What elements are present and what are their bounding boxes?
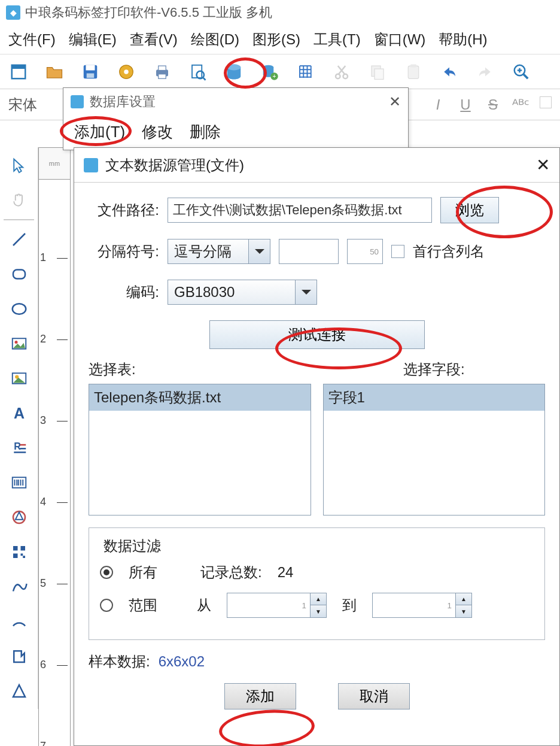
- svg-rect-8: [159, 66, 166, 71]
- data-source-dialog: 文本数据源管理(文件) ✕ 文件路径: 浏览 分隔符号: 逗号分隔 首行含列名 …: [74, 147, 560, 746]
- ruler-tick: 5: [36, 577, 68, 590]
- hand-tool-icon[interactable]: [2, 184, 36, 217]
- list-item[interactable]: 字段1: [324, 384, 545, 411]
- italic-button[interactable]: I: [430, 96, 446, 113]
- rounded-rect-tool-icon[interactable]: [2, 257, 36, 290]
- svg-rect-9: [159, 74, 166, 78]
- browse-button[interactable]: 浏览: [440, 197, 499, 223]
- preview-icon[interactable]: [188, 62, 208, 82]
- menu-draw[interactable]: 绘图(D): [191, 30, 239, 49]
- menu-edit[interactable]: 编辑(E): [69, 30, 117, 49]
- copy-icon[interactable]: [367, 62, 388, 82]
- chevron-down-icon: [295, 280, 316, 304]
- first-row-header-checkbox[interactable]: [391, 245, 404, 258]
- svg-rect-33: [410, 64, 416, 67]
- list-item[interactable]: Telepen条码数据.txt: [89, 384, 311, 411]
- ok-button[interactable]: 添加: [224, 683, 296, 709]
- line-tool-icon[interactable]: [2, 223, 36, 256]
- chevron-down-icon[interactable]: ▼: [311, 605, 326, 617]
- db-delete-menu[interactable]: 删除: [190, 122, 221, 142]
- ruler-corner: mm: [38, 147, 71, 180]
- limit-input[interactable]: [347, 239, 383, 264]
- file-path-input[interactable]: [168, 198, 432, 223]
- range-from-input[interactable]: [227, 593, 311, 618]
- menu-shape[interactable]: 图形(S): [252, 30, 300, 49]
- open-file-icon[interactable]: [44, 62, 65, 82]
- shape-tool-icon[interactable]: [2, 639, 36, 672]
- menu-help[interactable]: 帮助(H): [439, 30, 487, 49]
- curve-tool-icon[interactable]: [2, 570, 36, 603]
- left-toolbox: A R: [0, 147, 38, 709]
- svg-line-35: [524, 74, 528, 78]
- svg-rect-3: [86, 65, 95, 70]
- sample-data-value: 6x6x02: [159, 653, 205, 670]
- barcode-tool-icon[interactable]: [2, 466, 36, 499]
- svg-line-38: [13, 233, 25, 245]
- arc-tool-icon[interactable]: [2, 605, 36, 638]
- menu-window[interactable]: 窗口(W): [374, 30, 426, 49]
- svg-rect-1: [12, 65, 26, 68]
- svg-point-6: [124, 69, 129, 74]
- close-icon[interactable]: ✕: [389, 93, 401, 110]
- delimiter-select[interactable]: 逗号分隔: [168, 239, 270, 264]
- ruler-tick: 4: [36, 496, 68, 508]
- more-text-button[interactable]: [540, 96, 552, 108]
- file-path-label: 文件路径:: [89, 201, 159, 220]
- ellipse-tool-icon[interactable]: [2, 292, 36, 325]
- titlebar: ◆ 中琅条码标签打印软件-V6.5.5 工业版 多机: [0, 0, 560, 25]
- print-icon[interactable]: [152, 62, 172, 82]
- range-to-input[interactable]: [372, 593, 456, 618]
- richtext-tool-icon[interactable]: R: [2, 431, 36, 464]
- cancel-button[interactable]: 取消: [338, 683, 410, 709]
- settings-icon[interactable]: [116, 62, 136, 82]
- font-family-select[interactable]: 宋体: [8, 95, 62, 114]
- undo-icon[interactable]: [439, 62, 459, 82]
- svg-rect-4: [87, 73, 95, 78]
- record-count-value: 24: [278, 564, 294, 581]
- underline-button[interactable]: U: [457, 96, 474, 113]
- radio-range[interactable]: [100, 599, 113, 612]
- strike-button[interactable]: S: [485, 96, 501, 113]
- text-tool-icon[interactable]: A: [2, 396, 36, 429]
- menu-view[interactable]: 查看(V): [130, 30, 178, 49]
- db-add-menu[interactable]: 添加(T): [74, 122, 125, 142]
- record-count-label: 记录总数:: [200, 563, 262, 582]
- dialog-title: 文本数据源管理(文件): [105, 156, 244, 175]
- svg-point-42: [14, 341, 17, 344]
- range-to-spinner[interactable]: ▲▼: [372, 593, 472, 618]
- picture-tool-icon[interactable]: [2, 362, 36, 395]
- chevron-down-icon[interactable]: ▼: [456, 605, 471, 617]
- database-icon[interactable]: [224, 62, 244, 82]
- encoding-select[interactable]: GB18030: [168, 280, 317, 305]
- delimiter-custom-input[interactable]: [279, 239, 339, 264]
- new-file-icon[interactable]: [8, 62, 29, 82]
- save-file-icon[interactable]: [80, 62, 101, 82]
- test-connection-button[interactable]: 测试连接: [209, 320, 425, 349]
- radio-all[interactable]: [100, 566, 113, 579]
- zoom-in-icon[interactable]: [511, 62, 531, 82]
- qrcode-tool-icon[interactable]: [2, 535, 36, 568]
- polygon-tool-icon[interactable]: [2, 501, 36, 533]
- table-listbox[interactable]: Telepen条码数据.txt: [89, 384, 311, 515]
- first-row-header-label: 首行含列名: [413, 242, 485, 261]
- close-icon[interactable]: ✕: [536, 155, 550, 175]
- cut-icon[interactable]: [331, 62, 352, 82]
- triangle-tool-icon[interactable]: [2, 674, 36, 707]
- database-link-icon[interactable]: +: [260, 62, 280, 82]
- chevron-up-icon[interactable]: ▲: [456, 593, 471, 605]
- menu-file[interactable]: 文件(F): [8, 30, 56, 49]
- paste-icon[interactable]: [403, 62, 424, 82]
- text-case-button[interactable]: ᴬᴮᶜ: [512, 96, 529, 113]
- field-listbox[interactable]: 字段1: [323, 384, 546, 515]
- svg-rect-59: [13, 553, 18, 558]
- ruler-tick: 7: [36, 740, 68, 746]
- grid-icon[interactable]: [296, 62, 316, 82]
- pointer-tool-icon[interactable]: [2, 149, 36, 182]
- redo-icon[interactable]: [475, 62, 495, 82]
- menu-tool[interactable]: 工具(T): [314, 30, 361, 49]
- image-tool-icon[interactable]: [2, 327, 36, 360]
- select-table-label: 选择表:: [89, 360, 311, 379]
- db-modify-menu[interactable]: 修改: [142, 122, 173, 142]
- range-from-spinner[interactable]: ▲▼: [227, 593, 327, 618]
- chevron-up-icon[interactable]: ▲: [311, 593, 326, 605]
